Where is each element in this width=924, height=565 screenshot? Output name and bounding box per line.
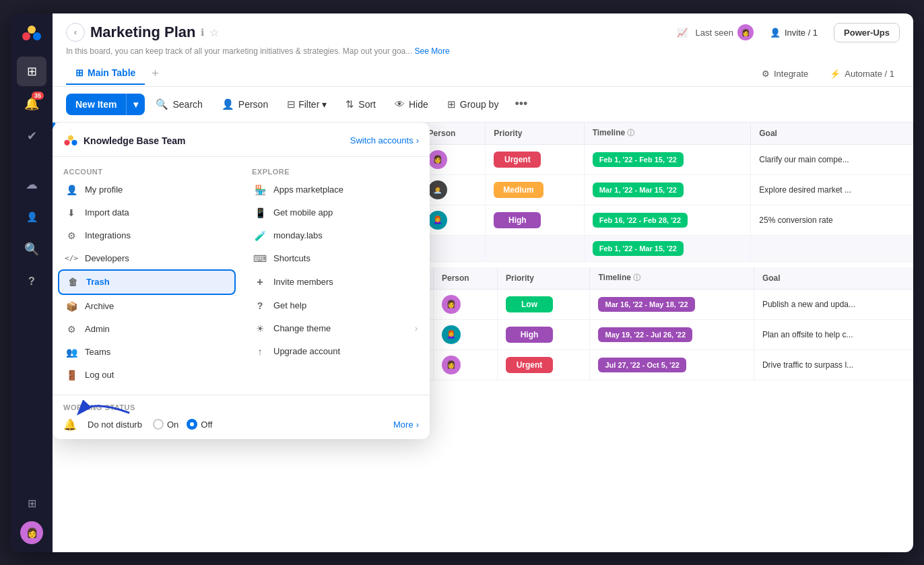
labs-icon: 🧪 [253, 230, 267, 241]
sidebar-item-checklist[interactable]: ✔ [17, 121, 46, 151]
dropdown-item-get-help[interactable]: ? Get help [246, 294, 424, 317]
sidebar-avatar[interactable]: 👩 [20, 521, 43, 544]
filter-icon: ⊟ [287, 98, 296, 110]
dropdown-item-archive[interactable]: 📦 Archive [58, 295, 236, 318]
automate-label: Automate / 1 [845, 69, 894, 79]
sidebar-item-cloud[interactable]: ☁ [17, 170, 46, 199]
new-item-button[interactable]: New Item ▾ [66, 94, 145, 115]
more-status-button[interactable]: More › [393, 420, 419, 430]
archive-icon: 📦 [65, 301, 78, 312]
activity-icon: 📈 [677, 28, 688, 38]
radio-on-circle [153, 419, 164, 430]
power-ups-button[interactable]: Power-Ups [834, 23, 900, 42]
priority-badge: Urgent [494, 152, 541, 168]
app-logo[interactable] [20, 22, 44, 46]
radio-on-label: On [167, 420, 178, 430]
account-dropdown-menu: Knowledge Base Team Switch accounts › Ac… [53, 123, 430, 439]
dropdown-item-developers[interactable]: </> Developers [58, 247, 236, 269]
dropdown-item-log-out[interactable]: 🚪 Log out [58, 364, 236, 387]
radio-on[interactable]: On [153, 419, 178, 430]
invite-button[interactable]: 👤 Invite / 1 [762, 24, 826, 42]
info-icon[interactable]: ℹ [201, 27, 204, 38]
svg-point-2 [33, 32, 41, 40]
timeline2-info-icon: ⓘ [633, 273, 640, 281]
timeline-badge: Feb 1, '22 - Feb 15, '22 [593, 152, 684, 167]
person-avatar: 👩‍💼 [428, 180, 447, 199]
top-bar: ‹ Marketing Plan ℹ ☆ 📈 Last seen 👩 � [53, 13, 913, 87]
bell-icon: 🔔 [63, 418, 77, 431]
goal-text: Explore desired market ... [759, 185, 851, 195]
person-avatar: 👩 [442, 295, 461, 314]
group-by-label: Group by [460, 99, 499, 110]
activity-button[interactable]: 📈 [677, 28, 688, 38]
timeline-badge: Feb 16, '22 - Feb 28, '22 [593, 213, 688, 228]
invite-icon: + [253, 276, 267, 288]
person-avatar: 👩‍🦰 [428, 211, 447, 230]
person-button[interactable]: 👤 Person [213, 94, 276, 115]
chevron-right-icon: › [416, 135, 419, 145]
goal-text: Publish a new and upda... [762, 300, 855, 309]
explore-section-title: Explore [246, 165, 424, 178]
search-label: Search [172, 99, 202, 110]
sidebar-item-home[interactable]: ⊞ [17, 57, 46, 86]
svg-point-3 [64, 139, 69, 145]
dropdown-item-admin[interactable]: ⚙ Admin [58, 318, 236, 341]
see-more-link[interactable]: See More [415, 46, 450, 56]
working-status-row: 🔔 Do not disturb On Off [63, 418, 419, 431]
dropdown-item-change-theme[interactable]: ☀ Change theme › [246, 317, 424, 340]
sidebar-item-notification[interactable]: 🔔 35 [17, 89, 46, 119]
tab-main-table-label: Main Table [88, 67, 135, 78]
hide-button[interactable]: 👁 Hide [387, 94, 436, 114]
working-status-title: Working status [63, 403, 419, 411]
search-button[interactable]: 🔍 Search [147, 94, 210, 115]
collapse-button[interactable]: ‹ [66, 23, 85, 42]
radio-off[interactable]: Off [187, 419, 212, 430]
dropdown-header: Knowledge Base Team Switch accounts › [53, 133, 430, 157]
switch-accounts-button[interactable]: Switch accounts › [350, 135, 419, 145]
tabs-row: ⊞ Main Table + [66, 61, 166, 86]
sidebar-item-grid[interactable]: ⊞ [17, 489, 46, 519]
sort-button[interactable]: ⇅ Sort [337, 94, 384, 115]
filter-arrow-icon: ▾ [322, 99, 327, 110]
person-avatar: 👩 [428, 150, 447, 169]
chevron-right-icon: › [415, 324, 418, 333]
dropdown-item-integrations[interactable]: ⚙ Integrations [58, 224, 236, 247]
sidebar-item-person-add[interactable]: 👤 [17, 202, 46, 232]
automate-button[interactable]: ⚡ Automate / 1 [824, 66, 900, 81]
dropdown-item-get-mobile-app[interactable]: 📱 Get mobile app [246, 201, 424, 224]
integrate-label: Integrate [774, 69, 808, 79]
svg-point-4 [68, 135, 73, 140]
integrations-icon: ⚙ [65, 230, 78, 241]
tabs-right: ⚙ Integrate ⚡ Automate / 1 [756, 66, 900, 81]
sidebar-item-help[interactable]: ? [17, 267, 46, 296]
dropdown-item-trash[interactable]: 🗑 Trash [58, 269, 236, 295]
priority-badge: Medium [494, 182, 543, 198]
dropdown-item-teams[interactable]: 👥 Teams [58, 341, 236, 364]
dropdown-item-invite-members[interactable]: + Invite members [246, 270, 424, 294]
board-description: In this board, you can keep track of all… [66, 46, 900, 56]
chevron-right-icon: › [416, 420, 419, 430]
dropdown-item-shortcuts[interactable]: ⌨ Shortcuts [246, 247, 424, 270]
add-tab-button[interactable]: + [145, 61, 166, 86]
dropdown-item-monday-labs[interactable]: 🧪 monday.labs [246, 224, 424, 247]
radio-off-circle [187, 419, 197, 430]
filter-button[interactable]: ⊟ Filter ▾ [279, 94, 335, 115]
svg-point-1 [28, 26, 36, 34]
more-options-button[interactable]: ••• [509, 94, 533, 114]
dropdown-item-import-data[interactable]: ⬇ Import data [58, 201, 236, 224]
integrate-button[interactable]: ⚙ Integrate [756, 66, 814, 81]
dropdown-item-my-profile[interactable]: 👤 My profile [58, 178, 236, 201]
teams-icon: 👥 [65, 347, 78, 358]
sidebar-item-search[interactable]: 🔍 [17, 234, 46, 264]
theme-icon: ☀ [253, 323, 267, 334]
dropdown-item-apps-marketplace[interactable]: 🏪 Apps marketplace [246, 178, 424, 201]
shortcuts-icon: ⌨ [253, 253, 267, 264]
star-icon[interactable]: ☆ [209, 26, 219, 39]
tab-main-table[interactable]: ⊞ Main Table [66, 62, 145, 85]
group-by-button[interactable]: ⊞ Group by [439, 94, 507, 115]
new-item-arrow-icon[interactable]: ▾ [126, 94, 145, 115]
hide-label: Hide [409, 99, 428, 110]
dropdown-item-upgrade-account[interactable]: ↑ Upgrade account [246, 340, 424, 363]
account-logo [63, 133, 78, 148]
dropdown-footer: Working status 🔔 Do not disturb On [53, 395, 430, 439]
